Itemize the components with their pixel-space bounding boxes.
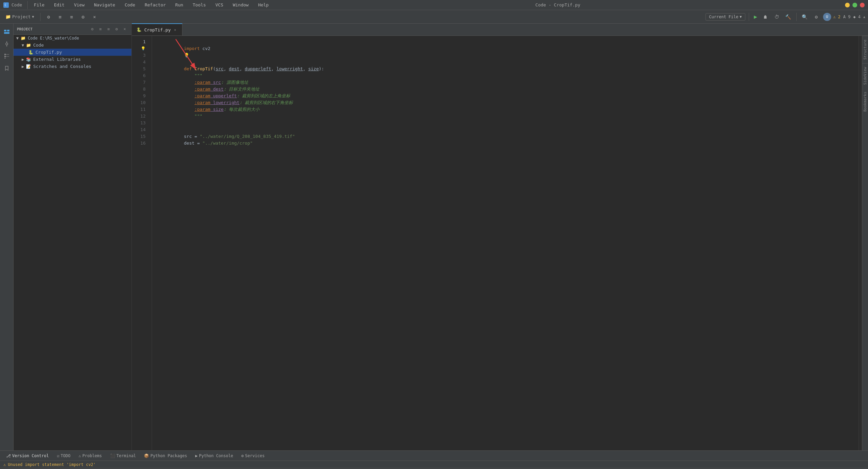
todo-tab[interactable]: ☑ TODO [53,452,74,460]
build-button[interactable]: 🔨 [784,12,793,22]
python-console-icon: ▶ [195,453,198,458]
tree-item-scratches[interactable]: ▶ 📝 Scratches and Consoles [14,63,131,70]
menu-tools[interactable]: Tools [191,2,208,8]
tree-item-external-libs[interactable]: ▶ 📚 External Libraries [14,56,131,63]
warning-strip-text: Unused import statement 'import cv2' [8,462,96,467]
scratches-folder-icon: 📝 [26,64,31,69]
svg-rect-8 [4,54,6,55]
sideview-tab[interactable]: SideView [862,63,868,88]
window-controls [845,3,865,7]
terminal-tab[interactable]: ⬛ Terminal [107,452,140,460]
profile-button[interactable]: ⏱ [772,12,782,22]
services-tab[interactable]: ⚙ Services [238,452,268,460]
menu-help[interactable]: Help [256,2,271,8]
expand-analysis-icon[interactable]: ▲ [863,15,865,19]
tab-close-button[interactable]: × [173,27,177,32]
line-numbers: 1 💡 3 4 5 6 7 8 9 10 11 12 13 14 15 16 [132,36,152,450]
python-console-tab[interactable]: ▶ Python Console [192,452,237,460]
version-control-label: Version Control [12,453,49,458]
svg-point-5 [6,43,8,45]
version-control-tab[interactable]: ⎇ Version Control [3,452,52,460]
expand-all-button[interactable]: ≡ [55,12,65,22]
analysis-bar: ⚠ 2 A 9 ◆ 4 ▲ [833,15,865,19]
collapse-all-button[interactable]: ≡ [67,12,76,22]
close-panel-button[interactable]: × [90,12,99,22]
minimize-button[interactable] [845,3,850,7]
structure-icon[interactable] [1,51,12,61]
code-line-5: """ [157,66,859,72]
user-avatar[interactable]: U [823,13,831,21]
tree-item-root[interactable]: ▼ 📁 Code E:\RS_water\Code [14,35,131,42]
folder-icon: 📁 [5,14,11,19]
tree-item-croptif[interactable]: 🐍 CropTif.py [14,49,131,56]
search-everywhere-button[interactable]: 🔍 [800,12,810,22]
todo-label: TODO [61,453,71,458]
code-line-8: :param upperleft: 裁剪到区域的左上角坐标 [157,86,859,93]
warning-strip: ⚠ Unused import statement 'import cv2' [0,461,868,468]
file-tree-header-icons: ⚙ ≡ ≡ ⚙ × [89,26,128,32]
coverage-button[interactable]: ☗ [761,12,770,22]
run-button[interactable]: ▶ [752,14,759,20]
bookmarks-icon[interactable] [1,63,12,74]
python-packages-tab[interactable]: 📦 Python Packages [141,452,190,460]
current-file-label: Current File [709,15,739,19]
services-label: Services [245,453,265,458]
menu-navigate[interactable]: Navigate [92,2,117,8]
code-line-10: :param size: 每次裁剪的大小 [157,99,859,106]
menu-window[interactable]: Window [231,2,251,8]
editor-tab-croptif[interactable]: 🐍 CropTif.py × [132,23,182,35]
tree-item-code[interactable]: ▼ 📁 Code [14,42,131,49]
code-folder-icon: 📁 [26,43,31,48]
current-file-selector[interactable]: Current File ▼ [705,13,746,21]
toolbar-sep-1 [40,13,41,21]
project-view-icon[interactable] [1,26,12,37]
gutter-line-5: 5 [132,66,149,72]
scope-settings-button[interactable]: ⚙ [44,12,53,22]
menu-refactor[interactable]: Refactor [143,2,168,8]
editor-area: 🐍 CropTif.py × 1 💡 3 4 5 6 7 8 9 10 11 1… [132,24,868,450]
svg-rect-10 [4,58,6,58]
file-tree-settings-icon[interactable]: ⚙ [113,26,120,32]
ext-lib-folder-icon: 📚 [26,57,31,62]
bookmarks-panel-tab[interactable]: Bookmarks [862,88,868,115]
editor-tabs: 🐍 CropTif.py × [132,24,868,36]
right-panel-tabs: Structure SideView Bookmarks [862,36,868,450]
options-button[interactable]: ⚙ [78,12,88,22]
warning-count[interactable]: ⚠ 2 [833,15,841,19]
gutter-line-12: 12 [132,113,149,120]
gutter-line-10: 10 [132,99,149,106]
menu-code[interactable]: Code [123,2,137,8]
toolbar-right: Current File ▼ ▶ ☗ ⏱ 🔨 🔍 ⚙ U ⚠ 2 A 9 ◆ 4… [705,12,865,22]
gutter-line-1: 1 [132,39,149,45]
menu-vcs[interactable]: VCS [213,2,225,8]
code-line-13 [157,120,859,126]
tree-item-external-libs-label: External Libraries [33,57,81,62]
menu-view[interactable]: View [72,2,86,8]
analysis-count[interactable]: A 9 [843,15,851,19]
close-button[interactable] [860,3,865,7]
python-packages-icon: 📦 [144,453,149,458]
menu-file[interactable]: File [32,2,46,8]
minimap [859,36,862,450]
file-tree-expand-icon[interactable]: ≡ [97,26,104,32]
menu-run[interactable]: Run [173,2,185,8]
problems-tab[interactable]: ⚠ Problems [75,452,105,460]
project-selector[interactable]: 📁 Project ▼ [3,14,37,20]
file-tree-scope-icon[interactable]: ⚙ [89,26,96,32]
highlight-count[interactable]: ◆ 4 [853,15,861,19]
file-tree-collapse-icon[interactable]: ≡ [105,26,112,32]
code-area[interactable]: import cv2 💡 def CropTif(src, dest, dupp… [152,36,859,450]
current-file-dropdown-icon: ▼ [740,15,742,19]
commit-icon[interactable] [1,39,12,49]
services-icon: ⚙ [241,453,244,458]
settings-button[interactable]: ⚙ [812,12,821,22]
file-tree-close-icon[interactable]: × [121,26,128,32]
toolbar-sep-2 [749,13,749,21]
maximize-button[interactable] [852,3,857,7]
editor-tab-label: CropTif.py [144,27,171,32]
menu-edit[interactable]: Edit [52,2,67,8]
structure-tab[interactable]: Structure [862,36,868,63]
python-console-label: Python Console [199,453,233,458]
tree-item-scratches-label: Scratches and Consoles [33,64,91,69]
gutter-line-2: 💡 [132,45,149,52]
